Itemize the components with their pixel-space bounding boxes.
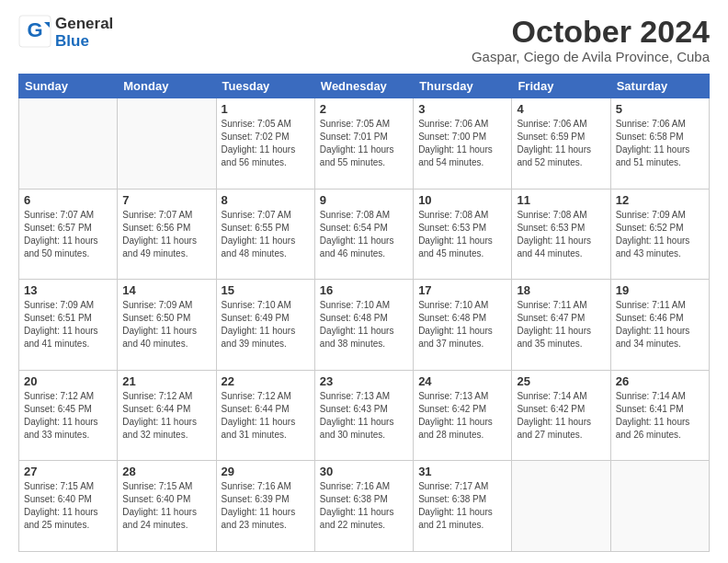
day-info: Sunrise: 7:15 AMSunset: 6:40 PMDaylight:… [24, 480, 112, 532]
daylight-text: Daylight: 11 hours and 34 minutes. [616, 325, 704, 350]
sunrise-text: Sunrise: 7:15 AM [24, 480, 112, 493]
day-number: 12 [616, 193, 704, 207]
day-info: Sunrise: 7:05 AMSunset: 7:02 PMDaylight:… [222, 118, 310, 169]
daylight-text: Daylight: 11 hours and 40 minutes. [122, 325, 210, 350]
calendar-cell: 8Sunrise: 7:07 AMSunset: 6:55 PMDaylight… [216, 189, 314, 280]
day-number: 26 [616, 374, 704, 388]
day-info: Sunrise: 7:16 AMSunset: 6:39 PMDaylight:… [222, 480, 310, 532]
sunrise-text: Sunrise: 7:10 AM [222, 299, 310, 312]
sunset-text: Sunset: 6:55 PM [222, 222, 310, 235]
week-row-1: 1Sunrise: 7:05 AMSunset: 7:02 PMDaylight… [19, 98, 710, 190]
sunrise-text: Sunrise: 7:12 AM [24, 390, 112, 403]
logo-icon: G [18, 15, 51, 48]
sunset-text: Sunset: 6:45 PM [24, 403, 112, 416]
calendar-cell [118, 98, 216, 190]
daylight-text: Daylight: 11 hours and 51 minutes. [616, 144, 704, 169]
day-info: Sunrise: 7:10 AMSunset: 6:49 PMDaylight:… [222, 299, 310, 350]
day-number: 28 [122, 465, 210, 478]
sunrise-text: Sunrise: 7:09 AM [24, 299, 112, 312]
calendar-cell: 30Sunrise: 7:16 AMSunset: 6:38 PMDayligh… [314, 461, 413, 552]
day-number: 1 [222, 102, 310, 116]
daylight-text: Daylight: 11 hours and 56 minutes. [222, 144, 310, 169]
day-number: 13 [24, 283, 112, 297]
sunset-text: Sunset: 7:02 PM [222, 131, 310, 144]
calendar-table: Sunday Monday Tuesday Wednesday Thursday… [18, 74, 710, 552]
calendar-cell: 18Sunrise: 7:11 AMSunset: 6:47 PMDayligh… [512, 280, 610, 371]
sunrise-text: Sunrise: 7:14 AM [616, 390, 704, 403]
header-sunday: Sunday [19, 75, 118, 98]
calendar-cell: 23Sunrise: 7:13 AMSunset: 6:43 PMDayligh… [314, 370, 413, 461]
sunset-text: Sunset: 6:57 PM [24, 222, 112, 235]
sunrise-text: Sunrise: 7:08 AM [418, 209, 506, 222]
daylight-text: Daylight: 11 hours and 45 minutes. [418, 235, 506, 260]
sunset-text: Sunset: 6:38 PM [418, 493, 506, 506]
sunrise-text: Sunrise: 7:08 AM [517, 209, 605, 222]
calendar-cell: 21Sunrise: 7:12 AMSunset: 6:44 PMDayligh… [118, 370, 216, 461]
day-number: 15 [222, 283, 310, 297]
daylight-text: Daylight: 11 hours and 24 minutes. [122, 506, 210, 532]
week-row-5: 27Sunrise: 7:15 AMSunset: 6:40 PMDayligh… [19, 461, 710, 552]
daylight-text: Daylight: 11 hours and 55 minutes. [320, 144, 408, 169]
daylight-text: Daylight: 11 hours and 31 minutes. [222, 416, 310, 442]
sunset-text: Sunset: 6:56 PM [122, 222, 210, 235]
header-thursday: Thursday [414, 75, 512, 98]
calendar-cell: 28Sunrise: 7:15 AMSunset: 6:40 PMDayligh… [118, 461, 216, 552]
week-row-4: 20Sunrise: 7:12 AMSunset: 6:45 PMDayligh… [19, 370, 710, 461]
month-title: October 2024 [472, 15, 710, 49]
day-info: Sunrise: 7:14 AMSunset: 6:41 PMDaylight:… [616, 390, 704, 442]
calendar-cell: 5Sunrise: 7:06 AMSunset: 6:58 PMDaylight… [610, 98, 709, 190]
day-info: Sunrise: 7:16 AMSunset: 6:38 PMDaylight:… [320, 480, 408, 532]
header-monday: Monday [118, 75, 216, 98]
sunset-text: Sunset: 6:43 PM [320, 403, 408, 416]
sunrise-text: Sunrise: 7:05 AM [320, 118, 408, 131]
sunrise-text: Sunrise: 7:07 AM [122, 209, 210, 222]
day-info: Sunrise: 7:11 AMSunset: 6:46 PMDaylight:… [616, 299, 704, 350]
day-number: 7 [122, 193, 210, 207]
day-number: 25 [517, 374, 605, 388]
daylight-text: Daylight: 11 hours and 52 minutes. [517, 144, 605, 169]
day-number: 22 [222, 374, 310, 388]
sunset-text: Sunset: 6:40 PM [24, 493, 112, 506]
sunrise-text: Sunrise: 7:16 AM [222, 480, 310, 493]
sunrise-text: Sunrise: 7:09 AM [122, 299, 210, 312]
day-number: 23 [320, 374, 408, 388]
day-number: 8 [222, 193, 310, 207]
header-saturday: Saturday [610, 75, 709, 98]
sunrise-text: Sunrise: 7:17 AM [418, 480, 506, 493]
calendar-cell: 10Sunrise: 7:08 AMSunset: 6:53 PMDayligh… [414, 189, 512, 280]
day-number: 3 [418, 102, 506, 116]
daylight-text: Daylight: 11 hours and 44 minutes. [517, 235, 605, 260]
daylight-text: Daylight: 11 hours and 46 minutes. [320, 235, 408, 260]
sunrise-text: Sunrise: 7:06 AM [616, 118, 704, 131]
sunset-text: Sunset: 6:44 PM [222, 403, 310, 416]
sunrise-text: Sunrise: 7:10 AM [320, 299, 408, 312]
sunrise-text: Sunrise: 7:05 AM [222, 118, 310, 131]
sunrise-text: Sunrise: 7:06 AM [418, 118, 506, 131]
calendar-cell: 26Sunrise: 7:14 AMSunset: 6:41 PMDayligh… [610, 370, 709, 461]
sunset-text: Sunset: 6:54 PM [320, 222, 408, 235]
calendar-cell [512, 461, 610, 552]
calendar-cell: 22Sunrise: 7:12 AMSunset: 6:44 PMDayligh… [216, 370, 314, 461]
calendar-cell: 13Sunrise: 7:09 AMSunset: 6:51 PMDayligh… [19, 280, 118, 371]
sunrise-text: Sunrise: 7:13 AM [418, 390, 506, 403]
sunrise-text: Sunrise: 7:07 AM [24, 209, 112, 222]
sunset-text: Sunset: 6:50 PM [122, 312, 210, 325]
day-number: 27 [24, 465, 112, 478]
calendar-cell: 29Sunrise: 7:16 AMSunset: 6:39 PMDayligh… [216, 461, 314, 552]
day-number: 14 [122, 283, 210, 297]
day-info: Sunrise: 7:06 AMSunset: 6:58 PMDaylight:… [616, 118, 704, 169]
day-number: 4 [517, 102, 605, 116]
calendar-cell: 20Sunrise: 7:12 AMSunset: 6:45 PMDayligh… [19, 370, 118, 461]
calendar-cell: 27Sunrise: 7:15 AMSunset: 6:40 PMDayligh… [19, 461, 118, 552]
day-number: 31 [418, 465, 506, 478]
daylight-text: Daylight: 11 hours and 48 minutes. [222, 235, 310, 260]
daylight-text: Daylight: 11 hours and 32 minutes. [122, 416, 210, 442]
daylight-text: Daylight: 11 hours and 25 minutes. [24, 506, 112, 532]
day-info: Sunrise: 7:10 AMSunset: 6:48 PMDaylight:… [320, 299, 408, 350]
calendar-cell: 16Sunrise: 7:10 AMSunset: 6:48 PMDayligh… [314, 280, 413, 371]
day-number: 10 [418, 193, 506, 207]
calendar-cell: 17Sunrise: 7:10 AMSunset: 6:48 PMDayligh… [414, 280, 512, 371]
daylight-text: Daylight: 11 hours and 23 minutes. [222, 506, 310, 532]
sunrise-text: Sunrise: 7:16 AM [320, 480, 408, 493]
daylight-text: Daylight: 11 hours and 49 minutes. [122, 235, 210, 260]
